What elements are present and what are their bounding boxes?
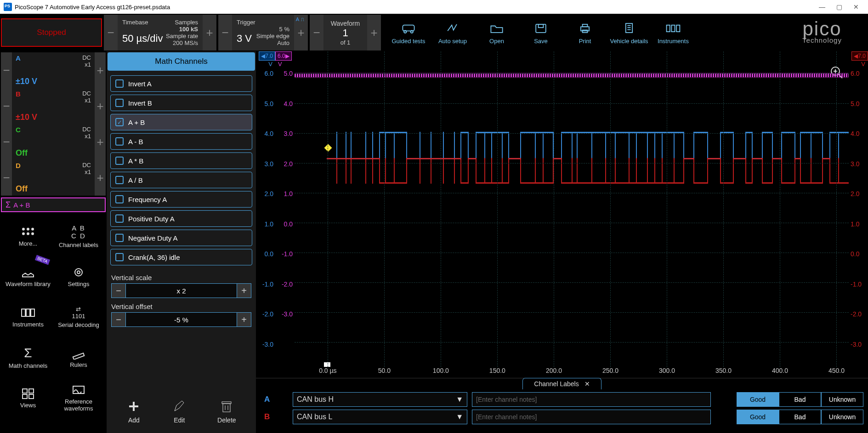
waveform-library-button[interactable]: BETAWaveform library (3, 256, 53, 297)
checkbox-icon[interactable] (115, 176, 124, 184)
voffset-increase-button[interactable]: + (237, 312, 251, 327)
y-axis-math[interactable]: 6.0▶ V 5.04.03.02.01.00.0-1.0-2.0-3.0 (275, 51, 295, 367)
vscale-decrease-button[interactable]: − (111, 283, 126, 298)
views-button[interactable]: Views (3, 377, 53, 418)
channel-labels-tab[interactable]: Channel Labels ✕ (522, 378, 601, 389)
channel-notes-input[interactable] (472, 410, 711, 424)
math-item-invert-b[interactable]: Invert B (110, 95, 252, 111)
close-icon[interactable]: ✕ (853, 3, 859, 11)
instruments-side-button[interactable]: Instruments (3, 297, 53, 337)
math-item-a-b[interactable]: A - B (110, 133, 252, 150)
channel-d-increase-button[interactable]: + (95, 160, 106, 196)
channel-b-increase-button[interactable]: + (95, 88, 106, 124)
channel-notes-input[interactable] (472, 392, 711, 407)
checkbox-icon[interactable] (115, 253, 124, 261)
vscale-increase-button[interactable]: + (237, 283, 251, 298)
save-button[interactable]: Save (520, 15, 562, 51)
axis-unit-a: V (268, 61, 272, 67)
trace-b-segment (561, 158, 562, 184)
state-unknown-button[interactable]: Unknown (821, 392, 863, 407)
state-good-button[interactable]: Good (737, 410, 779, 424)
trace-b-segment (444, 158, 454, 159)
axis-marker-b[interactable]: ◀7.0 (851, 51, 868, 61)
channel-d-decrease-button[interactable]: − (1, 160, 12, 196)
waveform-prev-button[interactable]: − (310, 15, 323, 51)
axis-marker-math[interactable]: 6.0▶ (275, 51, 292, 61)
minimize-icon[interactable]: — (819, 3, 825, 11)
plot-area[interactable] (295, 51, 849, 367)
auto-setup-button[interactable]: Auto setup (431, 15, 474, 51)
channel-c-body[interactable]: CDCx1Off (12, 124, 95, 160)
channel-c-decrease-button[interactable]: − (1, 124, 12, 160)
instruments-button[interactable]: Instruments (652, 15, 694, 51)
waveform-next-button[interactable]: + (367, 15, 381, 51)
vehicle-details-button[interactable]: Vehicle details (608, 15, 650, 51)
math-item-negative-duty-a[interactable]: Negative Duty A (110, 230, 252, 246)
y-tick: 6.0 (851, 70, 859, 77)
channel-a-decrease-button[interactable]: − (1, 52, 12, 88)
trigger-decrease-button[interactable]: − (218, 15, 232, 51)
math-item-crank-a-36-idle[interactable]: Crank(A, 36) idle (110, 249, 252, 265)
checkbox-icon[interactable]: ✓ (115, 118, 124, 126)
svg-rect-26 (73, 353, 85, 360)
checkbox-icon[interactable] (115, 157, 124, 165)
open-button[interactable]: Open (476, 15, 518, 51)
more-button[interactable]: More... (3, 216, 53, 256)
channel-name-select[interactable]: CAN bus L▼ (293, 410, 467, 424)
checkbox-icon[interactable] (115, 234, 124, 242)
channel-labels-button[interactable]: A BC DChannel labels (53, 216, 104, 256)
rulers-button[interactable]: Rulers (53, 337, 104, 377)
trace-a-segment (508, 132, 509, 159)
y-tick: 0.0 (284, 220, 293, 228)
channel-b-body[interactable]: BDCx1±10 V (12, 88, 95, 124)
x-axis[interactable]: 0.0 µs50.0100.0150.0200.0250.0300.0350.0… (295, 367, 849, 378)
serial-decoding-button[interactable]: ⇄1101Serial decoding (53, 297, 104, 337)
channel-a-increase-button[interactable]: + (95, 52, 106, 88)
math-item-a-b[interactable]: A * B (110, 152, 252, 169)
math-item-positive-duty-a[interactable]: Positive Duty A (110, 210, 252, 227)
timebase-value[interactable]: 50 µs/div (122, 33, 163, 46)
state-good-button[interactable]: Good (737, 392, 779, 407)
math-item-invert-a[interactable]: Invert A (110, 75, 252, 92)
y-axis-channel-b[interactable]: ◀7.0 V 6.05.04.03.02.01.00.0-1.0-2.0-3.0 (849, 51, 868, 367)
math-delete-button[interactable]: Delete (217, 399, 236, 424)
settings-button[interactable]: Settings (53, 256, 104, 297)
trigger-panel: − A⎍ Trigger 5 % 3 VSimple edgeAuto + (218, 15, 308, 51)
timebase-decrease-button[interactable]: − (104, 15, 118, 51)
run-stop-button[interactable]: Stopped (1, 18, 102, 47)
math-edit-button[interactable]: Edit (172, 399, 187, 424)
state-unknown-button[interactable]: Unknown (821, 410, 863, 424)
math-channel-row[interactable]: Σ A + B (1, 197, 106, 212)
state-bad-button[interactable]: Bad (779, 392, 821, 407)
reference-waveforms-button[interactable]: Reference waveforms (53, 377, 104, 418)
voffset-decrease-button[interactable]: − (111, 312, 126, 327)
channel-a-body[interactable]: ADCx1±10 V (12, 52, 95, 88)
trigger-value[interactable]: 3 V (237, 33, 252, 46)
checkbox-icon[interactable] (115, 214, 124, 223)
timebase-increase-button[interactable]: + (203, 15, 216, 51)
math-item-frequency-a[interactable]: Frequency A (110, 191, 252, 208)
y-axis-channel-a[interactable]: ◀7.0 V 6.05.04.03.02.01.00.0-1.0-2.0-3.0 (256, 51, 275, 367)
x-tick: 450.0 (828, 367, 845, 374)
maximize-icon[interactable]: ▢ (836, 3, 842, 11)
checkbox-icon[interactable] (115, 79, 124, 88)
channel-name-select[interactable]: CAN bus H▼ (293, 392, 467, 407)
axis-marker-a[interactable]: ◀7.0 (259, 51, 275, 61)
channel-b-decrease-button[interactable]: − (1, 88, 12, 124)
checkbox-icon[interactable] (115, 137, 124, 146)
math-add-button[interactable]: Add (126, 399, 141, 424)
guided-tests-button[interactable]: Guided tests (387, 15, 430, 51)
math-item-a-b[interactable]: A / B (110, 172, 252, 188)
state-bad-button[interactable]: Bad (779, 410, 821, 424)
close-tab-icon[interactable]: ✕ (584, 380, 590, 388)
print-button[interactable]: Print (564, 15, 606, 51)
math-item-a-b[interactable]: ✓A + B (110, 114, 252, 130)
checkbox-icon[interactable] (115, 99, 124, 107)
x-marker-icon[interactable] (324, 362, 330, 367)
checkbox-icon[interactable] (115, 195, 124, 203)
vscale-value[interactable]: x 2 (126, 283, 237, 298)
math-channels-button[interactable]: ΣMath channels (3, 337, 53, 377)
channel-c-increase-button[interactable]: + (95, 124, 106, 160)
voffset-value[interactable]: -5 % (126, 312, 237, 327)
channel-d-body[interactable]: DDCx1Off (12, 160, 95, 196)
